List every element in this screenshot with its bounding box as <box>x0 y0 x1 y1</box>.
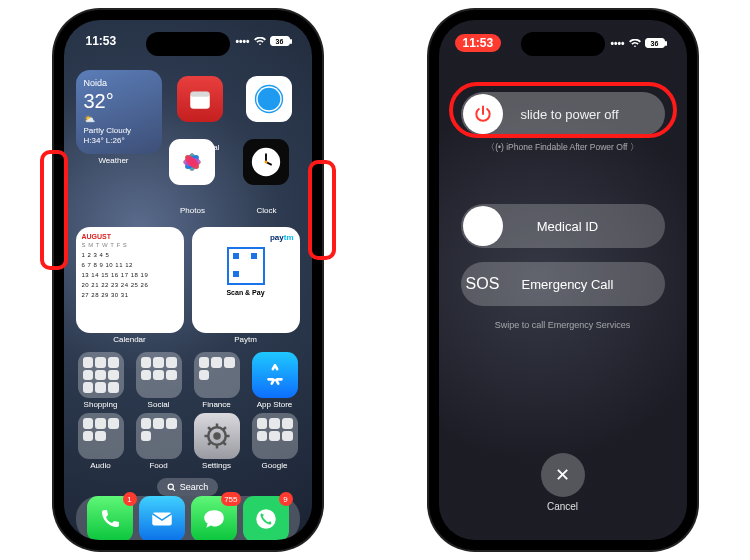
svg-point-4 <box>258 88 281 111</box>
power-icon <box>463 94 503 134</box>
folder-shopping[interactable]: Shopping <box>76 352 126 409</box>
svg-line-24 <box>223 442 226 445</box>
cancel-button[interactable]: ✕ <box>541 453 585 497</box>
dock: 1 755 9 <box>76 496 300 540</box>
weather-range: H:34° L:26° <box>84 136 125 146</box>
svg-point-30 <box>256 509 276 529</box>
calendar-month: AUGUST <box>82 233 178 240</box>
svg-rect-1 <box>190 91 210 96</box>
annotation-side-button <box>308 160 336 260</box>
emergency-label: Emergency Call <box>505 277 665 292</box>
whatsapp-badge: 9 <box>279 492 293 506</box>
status-icons: •••• 36 <box>235 34 289 48</box>
paytm-widget[interactable]: paytm Scan & Pay <box>192 227 300 333</box>
folder-google[interactable]: Google <box>250 413 300 470</box>
app-mail[interactable] <box>139 496 185 540</box>
weather-condition: Partly Cloudy <box>84 126 132 136</box>
folder-food[interactable]: Food <box>134 413 184 470</box>
app-settings[interactable]: Settings <box>192 413 242 470</box>
weather-city: Noida <box>84 78 108 89</box>
signal-icon: •••• <box>235 36 249 47</box>
app-photos[interactable]: Photos <box>159 133 225 217</box>
status-time: 11:53 <box>455 34 502 52</box>
app-appstore[interactable]: App Store <box>250 352 300 409</box>
status-time: 11:53 <box>86 34 117 48</box>
cancel-label: Cancel <box>547 501 578 512</box>
settings-icon <box>194 413 240 459</box>
photos-icon <box>169 139 215 185</box>
medical-id-icon: ✱ <box>463 206 503 246</box>
mail-icon <box>139 496 185 540</box>
medical-id-slider[interactable]: ✱ Medical ID <box>461 204 665 248</box>
close-icon: ✕ <box>555 464 570 486</box>
app-clock[interactable]: Clock <box>233 133 299 217</box>
phone-badge: 1 <box>123 492 137 506</box>
findable-hint[interactable]: 〈(•) iPhone Findable After Power Off 〉 <box>486 142 639 154</box>
power-off-slider[interactable]: slide to power off <box>461 92 665 136</box>
svg-point-16 <box>265 161 268 164</box>
swipe-hint: Swipe to call Emergency Services <box>495 320 631 330</box>
search-icon <box>167 483 176 492</box>
app-phone[interactable]: 1 <box>87 496 133 540</box>
qr-icon <box>227 247 265 285</box>
signal-icon: •••• <box>610 38 624 49</box>
power-off-label: slide to power off <box>505 107 665 122</box>
battery-icon: 36 <box>270 36 290 46</box>
appstore-icon <box>252 352 298 398</box>
svg-line-23 <box>208 427 211 430</box>
calendar-widget[interactable]: AUGUST S M T W T F S 1 2 3 4 5 6 7 8 9 1… <box>76 227 184 333</box>
folder-social[interactable]: Social <box>134 352 184 409</box>
wifi-icon <box>254 37 266 46</box>
dynamic-island <box>146 32 230 56</box>
svg-line-28 <box>172 488 174 490</box>
status-icons: •••• 36 <box>610 34 664 52</box>
sos-icon: SOS <box>463 264 503 304</box>
paytm-logo: paytm <box>270 233 294 242</box>
weather-widget[interactable]: Noida 32° ⛅ Partly Cloudy H:34° L:26° <box>76 70 162 154</box>
svg-line-25 <box>208 442 211 445</box>
app-whatsapp[interactable]: 9 <box>243 496 289 540</box>
phone-right-poweroff: 11:53 •••• 36 slide to power off 〈(•) iP… <box>429 10 697 550</box>
svg-line-26 <box>223 427 226 430</box>
folder-finance[interactable]: Finance <box>192 352 242 409</box>
emergency-sos-slider[interactable]: SOS Emergency Call <box>461 262 665 306</box>
phone-left-homescreen: 11:53 •••• 36 Noida 32° ⛅ Partly Cloudy … <box>54 10 322 550</box>
medical-id-label: Medical ID <box>505 219 665 234</box>
battery-icon: 36 <box>645 38 665 48</box>
folder-audio[interactable]: Audio <box>76 413 126 470</box>
fantastical-icon <box>177 76 223 122</box>
wifi-icon <box>629 39 641 48</box>
dynamic-island <box>521 32 605 56</box>
svg-point-27 <box>168 484 173 489</box>
clock-icon <box>243 139 289 185</box>
svg-rect-29 <box>152 513 172 526</box>
weather-temp: 32° <box>84 89 114 114</box>
paytm-action: Scan & Pay <box>198 289 294 296</box>
weather-cond-icon: ⛅ <box>84 114 95 125</box>
messages-badge: 755 <box>221 492 240 506</box>
safari-icon <box>246 76 292 122</box>
app-messages[interactable]: 755 <box>191 496 237 540</box>
spotlight-search[interactable]: Search <box>157 478 219 496</box>
svg-point-18 <box>213 432 221 440</box>
